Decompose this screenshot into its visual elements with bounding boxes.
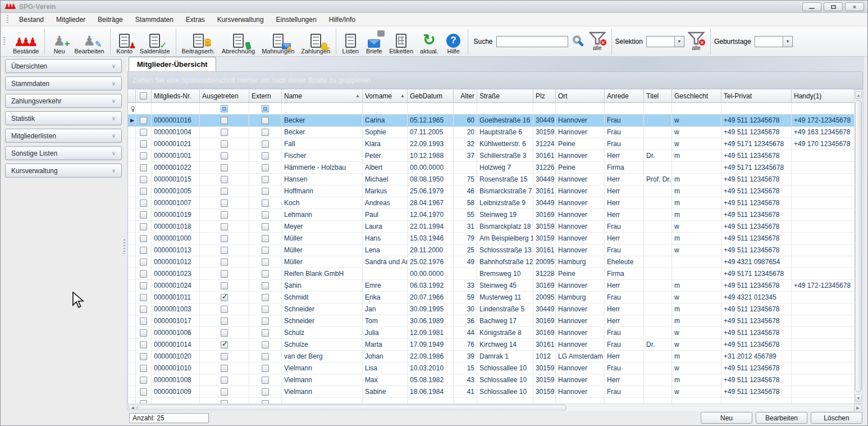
checkbox-unchecked[interactable] — [262, 259, 269, 266]
select-all-checkbox[interactable] — [136, 89, 152, 102]
checkbox-unchecked[interactable] — [140, 365, 147, 372]
extern-checkbox[interactable] — [249, 221, 282, 232]
checkbox-unchecked[interactable] — [221, 200, 228, 207]
selektion-dropdown[interactable]: ▼ — [646, 36, 684, 47]
checkbox-unchecked[interactable] — [221, 353, 228, 360]
sidebar-item-uebersichten[interactable]: Übersichten∨ — [5, 59, 122, 73]
row-select-checkbox[interactable] — [136, 174, 152, 185]
table-row[interactable]: 0000001020van der BergJohan22.09.198639D… — [128, 351, 854, 362]
footer-loeschen-button[interactable]: Löschen — [811, 412, 862, 424]
sidebar-item-statistik[interactable]: Statistik∨ — [5, 111, 122, 125]
ausgetreten-checkbox[interactable] — [200, 303, 249, 315]
row-select-checkbox[interactable] — [136, 197, 152, 209]
extern-checkbox[interactable] — [249, 115, 282, 126]
briefe-button[interactable]: Briefe — [363, 28, 385, 55]
checkbox-unchecked[interactable] — [140, 129, 147, 136]
scroll-up-icon[interactable]: ▲ — [855, 91, 862, 99]
filter-all-search-button[interactable]: ✕ alle — [589, 31, 606, 51]
checkbox-unchecked[interactable] — [221, 270, 228, 278]
extern-checkbox[interactable] — [249, 315, 282, 327]
sidebar-item-mitgliederlisten[interactable]: Mitgliederlisten∨ — [5, 129, 122, 143]
checkbox-unchecked[interactable] — [140, 152, 147, 160]
extern-checkbox[interactable] — [249, 244, 282, 256]
checkbox-unchecked[interactable] — [221, 129, 228, 136]
etiketten-button[interactable]: Etiketten — [386, 28, 416, 55]
filter-cell[interactable] — [408, 103, 454, 114]
checkbox-unchecked[interactable] — [262, 176, 269, 183]
checkbox-checked[interactable]: ✓ — [221, 341, 228, 348]
checkbox-unchecked[interactable] — [221, 377, 228, 384]
extern-checkbox[interactable] — [249, 292, 282, 303]
checkbox-unchecked[interactable] — [262, 306, 269, 313]
checkbox-unchecked[interactable] — [140, 329, 147, 337]
checkbox-unchecked[interactable] — [140, 259, 147, 266]
table-row[interactable]: 0000001022Hämmerle - HolzbauAlbert00.00.… — [128, 162, 854, 174]
filter-cell[interactable] — [533, 103, 556, 114]
row-select-checkbox[interactable] — [136, 315, 152, 327]
table-row[interactable]: 0000001010VielmannLisa10.03.201015Schlos… — [128, 362, 854, 374]
table-row[interactable]: 0000001019LehmannPaul12.04.197055Steinwe… — [128, 209, 854, 221]
row-select-checkbox[interactable] — [136, 339, 152, 350]
sidebar-item-sonstige-listen[interactable]: Sonstige Listen∨ — [5, 146, 122, 160]
row-select-checkbox[interactable] — [136, 268, 152, 279]
checkbox-checked[interactable]: ✓ — [221, 294, 228, 301]
ausgetreten-checkbox[interactable] — [200, 256, 249, 268]
filter-checkbox-extern[interactable] — [249, 103, 282, 114]
table-row[interactable]: 0000001017SchneiderTom30.06.198936Bachwe… — [128, 315, 854, 327]
ausgetreten-checkbox[interactable] — [200, 221, 249, 232]
extern-checkbox[interactable] — [249, 362, 282, 374]
row-select-checkbox[interactable] — [136, 374, 152, 386]
aktualisieren-button[interactable]: ↻ aktual. — [417, 28, 441, 55]
abrechnung-button[interactable]: Abrechnung — [219, 28, 258, 55]
table-row[interactable]: ▶0000001016BeckerCarina05.12.196560Goeth… — [128, 115, 854, 126]
checkbox-unchecked[interactable] — [221, 329, 228, 337]
table-row[interactable]: 0000001003SchneiderJan30.09.199530Linden… — [128, 303, 854, 315]
checkbox-unchecked[interactable] — [262, 353, 269, 360]
checkbox-unchecked[interactable] — [221, 306, 228, 313]
scroll-down-icon[interactable]: ▼ — [855, 394, 862, 402]
row-select-checkbox[interactable] — [136, 209, 152, 220]
neu-button[interactable]: ♟+ Neu — [48, 28, 70, 55]
ausgetreten-checkbox[interactable] — [200, 162, 249, 173]
checkbox-unchecked[interactable] — [140, 117, 147, 124]
row-select-checkbox[interactable] — [136, 280, 152, 291]
checkbox-unchecked[interactable] — [221, 176, 228, 183]
checkbox-unchecked[interactable] — [262, 188, 269, 195]
table-row[interactable]: 0000001000MüllerHans15.03.194679Am Beisp… — [128, 233, 854, 244]
checkbox-unchecked[interactable] — [140, 270, 147, 278]
checkbox-unchecked[interactable] — [140, 377, 147, 384]
extern-checkbox[interactable] — [249, 351, 282, 362]
extern-checkbox[interactable] — [249, 268, 282, 279]
minimize-button[interactable] — [802, 2, 821, 11]
menu-extras[interactable]: Extras — [180, 13, 211, 26]
vertical-scroll-thumb[interactable] — [855, 100, 862, 392]
checkbox-unchecked[interactable] — [140, 176, 147, 183]
hilfe-button[interactable]: ? Hilfe — [442, 28, 465, 55]
checkbox-unchecked[interactable] — [221, 282, 228, 289]
listen-button[interactable]: Listen — [339, 28, 362, 55]
search-input[interactable] — [496, 36, 568, 47]
filter-checkbox-ausgetreten[interactable] — [200, 103, 249, 114]
filter-cell[interactable] — [721, 103, 792, 114]
row-select-checkbox[interactable] — [136, 327, 152, 338]
group-by-panel[interactable]: Ziehen Sie eine Spaltenüberschrift hierh… — [127, 71, 863, 89]
checkbox-unchecked[interactable] — [140, 282, 147, 289]
col-header-titel[interactable]: Titel — [644, 89, 672, 102]
table-row[interactable]: 0000001009VielmannSabine18.06.198441Schl… — [128, 386, 854, 398]
row-select-checkbox[interactable] — [136, 138, 152, 149]
checkbox-unchecked[interactable] — [221, 188, 228, 195]
col-header-plz[interactable]: Plz — [533, 89, 556, 102]
checkbox-unchecked[interactable] — [262, 270, 269, 278]
checkbox-unchecked[interactable] — [140, 211, 147, 219]
ausgetreten-checkbox[interactable] — [200, 315, 249, 327]
checkbox-unchecked[interactable] — [140, 353, 147, 360]
checkbox-unchecked[interactable] — [140, 141, 147, 148]
table-row[interactable]: 0000001012MüllerSandra und André25.02.19… — [128, 256, 854, 268]
checkbox-unchecked[interactable] — [262, 152, 269, 160]
filter-cell[interactable] — [136, 103, 152, 114]
checkbox-unchecked[interactable] — [221, 141, 228, 148]
tab-mitglieder-uebersicht[interactable]: Mitglieder-Übersicht — [129, 57, 216, 71]
ausgetreten-checkbox[interactable] — [200, 327, 249, 338]
extern-checkbox[interactable] — [249, 162, 282, 173]
col-header-anrede[interactable]: Anrede — [605, 89, 644, 102]
